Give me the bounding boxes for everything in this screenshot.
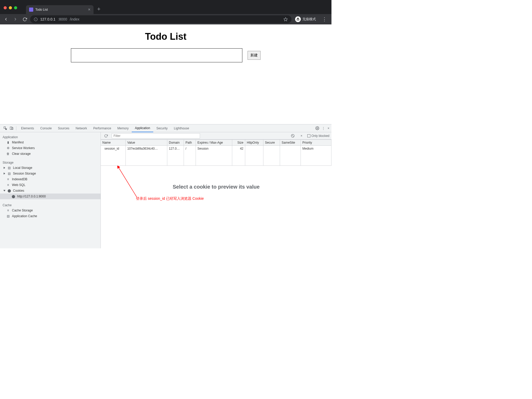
table-row[interactable] [101,152,331,159]
url-path: /index [70,17,79,21]
tab-application[interactable]: Application [132,124,153,132]
back-button[interactable] [2,15,10,23]
database-icon: ≡ [6,209,10,212]
expand-icon [4,167,5,169]
cell-httponly [245,146,263,152]
maximize-window-button[interactable] [14,6,17,9]
sidebar-clear-storage[interactable]: 🗑Clear storage [0,151,101,157]
filter-input[interactable] [112,133,200,138]
url-port: :8000 [58,17,67,21]
sidebar-label: IndexedDB [12,177,27,181]
tab-elements[interactable]: Elements [18,124,37,132]
svg-point-7 [317,128,318,129]
sidebar-service-workers[interactable]: ⚙Service Workers [0,145,101,151]
todo-input[interactable] [71,48,242,62]
collapse-icon [3,190,5,191]
incognito-label: 无痕模式 [302,17,316,22]
col-path[interactable]: Path [184,140,196,145]
separator [16,126,16,130]
sidebar-websql[interactable]: ≡Web SQL [0,182,101,188]
window-controls [0,6,21,14]
annotation-text: 登录后 session_id 已经写入浏览器 Cookie [136,196,204,201]
tab-network[interactable]: Network [72,124,90,132]
incognito-indicator[interactable]: 无痕模式 [293,16,318,22]
sidebar-label: Web SQL [12,183,25,187]
minimize-window-button[interactable] [9,6,12,9]
tab-memory[interactable]: Memory [114,124,132,132]
tab-console[interactable]: Console [37,124,55,132]
tab-title: Todo List [35,8,48,11]
tab-sources[interactable]: Sources [55,124,72,132]
tab-performance[interactable]: Performance [90,124,114,132]
address-bar[interactable]: 127.0.0.1:8000/index [30,15,291,23]
sidebar-label: http://127.0.0.1:8000 [17,195,46,198]
table-row[interactable]: session_id 107ecb89a3634c40… 127.0… / Se… [101,146,331,152]
reload-button[interactable] [21,15,29,23]
bookmark-button[interactable] [283,17,288,22]
sidebar-label: Cache Storage [12,209,33,212]
col-expires[interactable]: Expires / Max-Age [196,140,232,145]
settings-icon[interactable] [315,126,319,130]
col-size[interactable]: Size [232,140,245,145]
svg-line-9 [292,135,294,137]
info-icon [34,17,38,21]
sidebar-session-storage[interactable]: ▤Session Storage [0,171,101,176]
sidebar-label: Manifest [12,141,24,144]
incognito-icon [295,16,301,22]
only-blocked-checkbox[interactable]: Only blocked [307,134,329,138]
refresh-icon[interactable] [103,134,109,138]
grid-icon: ▤ [6,214,10,218]
section-cache: Cache [0,202,101,208]
table-row[interactable] [101,159,331,165]
col-secure[interactable]: Secure [263,140,280,145]
cookie-icon: ⬤ [11,195,15,198]
sidebar-label: Application Cache [12,214,37,218]
delete-icon[interactable]: × [298,134,305,138]
col-samesite[interactable]: SameSite [280,140,301,145]
page-content: Todo List 新建 [0,24,331,124]
new-todo-button[interactable]: 新建 [248,51,261,60]
col-value[interactable]: Value [126,140,167,145]
sidebar-application-cache[interactable]: ▤Application Cache [0,213,101,219]
tab-security[interactable]: Security [153,124,171,132]
browser-tabstrip: Todo List × + [0,0,331,14]
col-httponly[interactable]: HttpOnly [245,140,263,145]
section-application: Application [0,134,101,139]
close-devtools-button[interactable]: × [328,127,329,130]
browser-tab[interactable]: Todo List × [26,5,94,14]
cell-value: 107ecb89a3634c40… [126,146,167,152]
table-header: Name Value Domain Path Expires / Max-Age… [101,139,331,146]
sidebar-cookies[interactable]: ⬤Cookies [0,188,101,194]
database-icon: ≡ [6,177,10,181]
inspect-element-icon[interactable] [2,126,8,130]
sidebar-label: Service Workers [12,146,35,150]
close-window-button[interactable] [4,6,7,9]
sidebar-cookie-origin[interactable]: ⬤http://127.0.0.1:8000 [0,194,101,199]
url-host: 127.0.0.1 [40,17,55,21]
only-blocked-label: Only blocked [311,134,329,138]
clear-all-icon[interactable] [290,134,296,138]
sidebar-local-storage[interactable]: ▤Local Storage [0,165,101,171]
todo-form: 新建 [71,48,261,62]
cell-path: / [184,146,196,152]
sidebar-indexeddb[interactable]: ≡IndexedDB [0,176,101,182]
browser-menu-button[interactable]: ⋮ [320,16,329,22]
svg-rect-4 [4,127,5,128]
forward-button[interactable] [11,15,19,23]
more-icon[interactable]: ⋮ [322,127,325,130]
sidebar-cache-storage[interactable]: ≡Cache Storage [0,208,101,213]
section-storage: Storage [0,159,101,165]
grid-icon: ▤ [7,172,11,175]
close-tab-button[interactable]: × [88,7,90,12]
device-toolbar-icon[interactable] [8,126,15,130]
col-name[interactable]: Name [101,140,126,145]
col-priority[interactable]: Priority [301,140,331,145]
sidebar-label: Cookies [13,189,24,192]
tab-lighthouse[interactable]: Lighthouse [171,124,192,132]
cookie-table: Name Value Domain Path Expires / Max-Age… [101,139,331,166]
col-domain[interactable]: Domain [167,140,184,145]
database-icon: ≡ [6,183,10,187]
sidebar-manifest[interactable]: ▮Manifest [0,139,101,145]
gear-icon: ⚙ [6,146,10,150]
new-tab-button[interactable]: + [94,6,104,14]
